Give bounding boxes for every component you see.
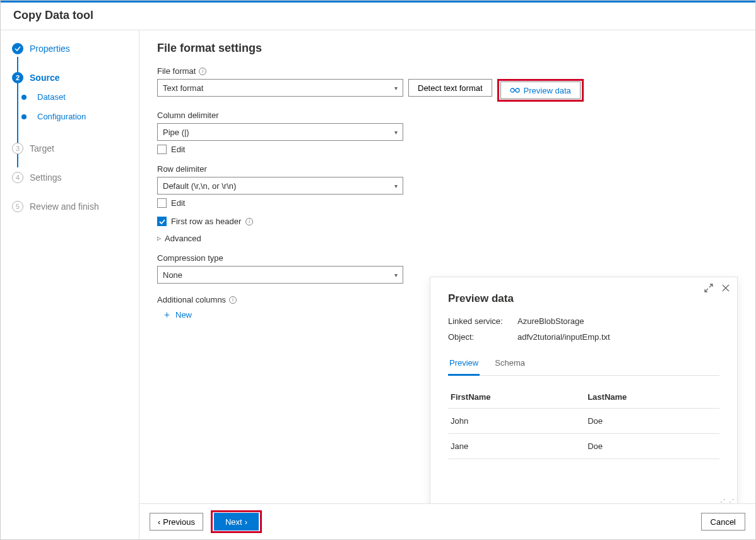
cell: Jane (448, 434, 585, 459)
column-delimiter-label: Column delimiter (157, 111, 738, 120)
step-number-icon: 5 (12, 201, 23, 212)
substep-label: Dataset (37, 92, 66, 102)
cell: John (448, 409, 585, 434)
step-label: Settings (30, 172, 62, 183)
preview-icon (510, 87, 520, 93)
step-label: Target (30, 143, 54, 153)
step-review[interactable]: 5 Review and finish (12, 201, 133, 212)
cell: Doe (585, 409, 719, 434)
step-number-icon: 3 (12, 143, 23, 154)
step-label: Review and finish (30, 201, 99, 212)
step-source[interactable]: 2 Source (12, 72, 133, 83)
substep-label: Configuration (37, 112, 86, 121)
footer-bar: ‹ Previous Next › Cancel (139, 503, 755, 539)
info-icon[interactable]: i (245, 218, 253, 225)
checkbox-label: Edit (171, 145, 185, 154)
dropdown-value: Default (\r,\n, or \r\n) (163, 181, 236, 191)
detect-text-format-button[interactable]: Detect text format (408, 79, 492, 97)
substep-dataset[interactable]: Dataset (18, 92, 133, 102)
info-icon[interactable]: i (229, 296, 237, 304)
check-icon (12, 43, 23, 54)
new-label: New (175, 310, 192, 320)
section-heading: File format settings (157, 42, 738, 55)
substep-dot-icon (21, 95, 27, 100)
column-delimiter-dropdown[interactable]: Pipe (|) ▾ (157, 123, 403, 141)
preview-panel-title: Preview data (448, 292, 719, 305)
cell: Doe (585, 434, 719, 459)
advanced-toggle[interactable]: ▷ Advanced (157, 234, 738, 243)
triangle-right-icon: ▷ (157, 236, 161, 241)
linked-service-value: AzureBlobStorage (517, 316, 584, 326)
button-label: Next (225, 517, 242, 527)
svg-point-0 (511, 88, 514, 92)
edit-row-delim-checkbox[interactable] (157, 198, 167, 208)
preview-table: FirstName LastName John Doe Jane Doe (448, 386, 719, 459)
column-header-firstname: FirstName (448, 386, 585, 409)
dropdown-value: Text format (163, 83, 203, 93)
step-number-icon: 4 (12, 172, 23, 183)
button-label: Previous (163, 517, 195, 527)
step-label: Source (30, 73, 59, 83)
highlight-next-button: Next › (211, 510, 262, 533)
plus-icon: ＋ (162, 309, 172, 321)
previous-button[interactable]: ‹ Previous (150, 513, 203, 531)
checkbox-label: Edit (171, 198, 185, 208)
wizard-sidebar: Properties 2 Source Dataset Configuratio… (1, 30, 139, 539)
preview-data-panel: Preview data Linked service: AzureBlobSt… (430, 277, 738, 508)
label-text: Additional columns (157, 295, 226, 304)
dropdown-value: Pipe (|) (163, 128, 189, 137)
chevron-down-icon: ▾ (394, 85, 398, 92)
step-settings[interactable]: 4 Settings (12, 172, 133, 183)
cancel-button[interactable]: Cancel (701, 513, 745, 531)
table-row: John Doe (448, 409, 719, 434)
tab-schema[interactable]: Schema (493, 353, 526, 375)
checkbox-label: First row as header (171, 217, 241, 226)
file-format-label: File format i (157, 66, 738, 76)
row-delimiter-dropdown[interactable]: Default (\r,\n, or \r\n) ▾ (157, 177, 403, 195)
next-button[interactable]: Next › (214, 513, 259, 531)
object-value: adfv2tutorial/inputEmp.txt (517, 332, 610, 342)
svg-point-1 (516, 88, 519, 92)
close-icon[interactable] (722, 284, 729, 294)
step-properties[interactable]: Properties (12, 43, 133, 54)
object-label: Object: (448, 332, 517, 342)
main-panel: File format settings File format i Text … (139, 30, 755, 539)
substep-dot-icon (21, 114, 27, 119)
button-label: Preview data (524, 86, 571, 95)
chevron-down-icon: ▾ (394, 183, 398, 189)
file-format-dropdown[interactable]: Text format ▾ (157, 79, 403, 97)
step-number-icon: 2 (12, 72, 23, 83)
highlight-preview-button: Preview data (497, 79, 584, 102)
edit-col-delim-checkbox[interactable] (157, 145, 167, 154)
advanced-label: Advanced (165, 234, 201, 243)
page-title: Copy Data tool (1, 3, 755, 30)
compression-type-dropdown[interactable]: None ▾ (157, 266, 403, 284)
first-row-header-checkbox[interactable] (157, 217, 167, 226)
linked-service-label: Linked service: (448, 316, 517, 326)
preview-data-button[interactable]: Preview data (500, 81, 581, 99)
button-label: Detect text format (418, 83, 483, 93)
step-label: Properties (30, 44, 70, 54)
dropdown-value: None (163, 270, 182, 280)
step-target[interactable]: 3 Target (12, 143, 133, 154)
chevron-down-icon: ▾ (394, 272, 398, 279)
tab-preview[interactable]: Preview (448, 353, 480, 376)
chevron-down-icon: ▾ (394, 129, 398, 136)
expand-icon[interactable] (704, 284, 713, 294)
chevron-left-icon: ‹ (158, 517, 160, 527)
info-icon[interactable]: i (199, 68, 206, 75)
table-row: Jane Doe (448, 434, 719, 459)
column-header-lastname: LastName (585, 386, 719, 409)
row-delimiter-label: Row delimiter (157, 164, 738, 174)
chevron-right-icon: › (245, 517, 247, 527)
compression-type-label: Compression type (157, 253, 738, 263)
substep-configuration[interactable]: Configuration (18, 112, 133, 121)
label-text: File format (157, 66, 196, 76)
